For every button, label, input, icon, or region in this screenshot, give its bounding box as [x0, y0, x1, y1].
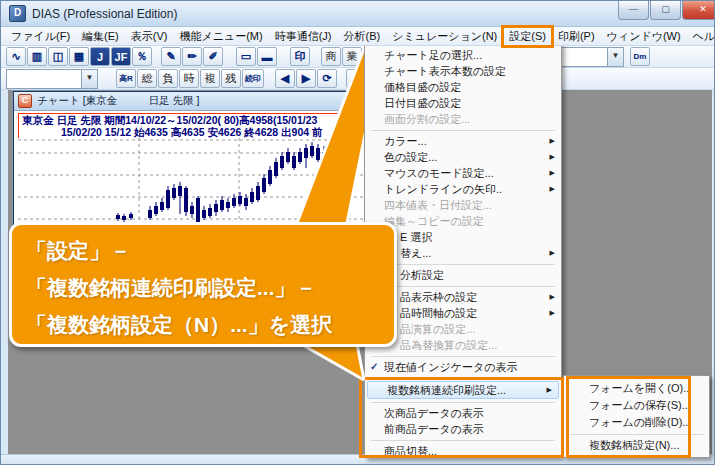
toolbar-gap	[153, 56, 161, 57]
percent-button[interactable]: ％	[132, 47, 152, 66]
menu-file[interactable]: ファイル(F)	[5, 27, 76, 46]
menu-item[interactable]: フォームの削除(D)...	[564, 414, 709, 431]
menu-item[interactable]: 前商品データの表示	[365, 421, 561, 437]
grid-button[interactable]: ▦	[69, 47, 89, 66]
draw-pencil-button[interactable]: ✎	[161, 47, 181, 66]
menu-item[interactable]: 価格目盛の設定	[365, 79, 561, 95]
futan-button[interactable]: 負	[158, 69, 178, 88]
menu-item[interactable]: 日付目盛の設定	[365, 95, 561, 111]
menu-item[interactable]: 色の設定...▶	[365, 149, 561, 165]
monitor-button[interactable]: ▭	[236, 47, 256, 66]
callout-line3: 「複数銘柄設定（N）...」を選択	[26, 306, 394, 343]
renzoku-insatsu-button[interactable]: 続印	[242, 69, 264, 88]
menu-item[interactable]: ✓現在値インジケータの表示	[365, 359, 561, 375]
window-controls: — ▢ ✕	[617, 1, 715, 20]
toolbar-gap	[224, 56, 236, 57]
menu-item[interactable]: 複数銘柄設定(N)...	[564, 437, 709, 454]
toolbar-gap	[278, 56, 290, 57]
submenu-arrow-icon: ▶	[543, 305, 561, 321]
shouhin-button[interactable]: 商	[321, 47, 341, 66]
menu-bar: ファイル(F)編集(E)表示(V)機能メニュー(M)時事通信(J)分析(B)シミ…	[1, 27, 715, 46]
menu-view[interactable]: 表示(V)	[125, 27, 174, 46]
jikan-button[interactable]: 時	[179, 69, 199, 88]
dm-button[interactable]: Dm	[630, 47, 650, 66]
gyou-button[interactable]: 業	[342, 47, 362, 66]
draw-edit-button[interactable]: ✏	[182, 47, 202, 66]
menu-item[interactable]: 商品切替...	[365, 443, 561, 459]
menu-item-label: 日付目盛の設定	[384, 95, 543, 111]
slash-button[interactable]: ⁄	[346, 69, 366, 88]
fukusuu-button[interactable]: 複	[200, 69, 220, 88]
symbol-combo[interactable]: ▼	[6, 69, 98, 89]
menu-item-label: フォームの削除(D)...	[589, 414, 691, 431]
refresh-button[interactable]: ⟳	[317, 69, 337, 88]
submenu-arrow-icon: ▶	[543, 133, 561, 149]
menu-settings[interactable]: 設定(S)	[503, 27, 552, 46]
menu-print[interactable]: 印刷(P)	[552, 27, 601, 46]
jf-chart-button[interactable]: JF	[111, 47, 131, 66]
menu-item-label: 品為替換算の設定...	[384, 337, 543, 353]
menu-item-label: 品表示枠の設定	[384, 289, 543, 305]
menu-item-label: 編集～コピーの設定	[384, 213, 543, 229]
menu-news[interactable]: 時事通信(J)	[269, 27, 338, 46]
menu-separator	[371, 378, 555, 379]
chart-line-button[interactable]: ∿	[6, 47, 26, 66]
print-button[interactable]: 印	[290, 47, 310, 66]
chart-window-titlebar[interactable]: C チャート [東京金 日足 先限 ]	[14, 92, 366, 111]
period-combo[interactable]: ▼	[554, 47, 624, 67]
menu-item[interactable]: 複数銘柄連続印刷設定...▶	[367, 381, 559, 399]
menu-item[interactable]: フォームを開く(O)...	[564, 380, 709, 397]
submenu-arrow-icon: ▶	[543, 165, 561, 181]
menu-item[interactable]: チャート足の選択...	[365, 47, 561, 63]
menu-item-label: トレンドラインの矢印..	[384, 181, 543, 197]
menu-item-label: 色の設定...	[384, 149, 543, 165]
menu-item[interactable]: フォームの保存(S)...	[564, 397, 709, 414]
chart-window-title: チャート [東京金 日足 先限 ]	[37, 94, 199, 108]
menu-window[interactable]: ウィンドウ(W)	[601, 27, 687, 46]
combo-dropdown-arrow[interactable]: ▼	[81, 70, 97, 88]
menu-item-label: 価格目盛の設定	[384, 79, 543, 95]
chart-window-icon: C	[18, 94, 32, 108]
submenu-arrow-icon: ▶	[543, 245, 561, 261]
menu-item: 四本値表・日付設定...	[365, 197, 561, 213]
submenu-arrow-icon: ▶	[543, 289, 561, 305]
menu-item[interactable]: マウスのモード設定...▶	[365, 165, 561, 181]
menu-item[interactable]: チャート表示本数の設定	[365, 63, 561, 79]
close-button[interactable]: ✕	[682, 1, 715, 20]
monitor-filled-button[interactable]: ▬	[257, 47, 277, 66]
menu-separator	[371, 264, 555, 265]
takane-button[interactable]: 高R	[116, 69, 136, 88]
menu-function[interactable]: 機能メニュー(M)	[173, 27, 268, 46]
next-button[interactable]: ▶	[296, 69, 316, 88]
j-chart-button[interactable]: J	[90, 47, 110, 66]
memo-button[interactable]: ✐	[203, 47, 223, 66]
menu-item-label: フォームを開く(O)...	[589, 380, 691, 397]
checkmark-icon: ✓	[370, 359, 384, 375]
minimize-button[interactable]: —	[618, 1, 649, 20]
menu-item-label: チャート表示本数の設定	[384, 63, 543, 79]
menu-analysis[interactable]: 分析(B)	[338, 27, 387, 46]
menu-edit[interactable]: 編集(E)	[76, 27, 125, 46]
menu-separator	[371, 402, 555, 403]
menu-help[interactable]: ヘルプ(H)	[687, 27, 715, 46]
menu-item-label: 品時間軸の設定	[384, 305, 543, 321]
menu-simulation[interactable]: シミュレーション(N)	[386, 27, 503, 46]
combo-value	[7, 70, 81, 88]
chart-candle-button[interactable]: ▥	[27, 47, 47, 66]
combo-dropdown-arrow[interactable]: ▼	[607, 48, 623, 66]
toolbar-gap	[311, 56, 321, 57]
prev-button[interactable]: ◀	[275, 69, 295, 88]
menu-separator	[570, 434, 703, 435]
menu-item-label: チャート足の選択...	[384, 47, 543, 63]
soui-button[interactable]: 総	[137, 69, 157, 88]
toolbar-gap	[338, 78, 346, 79]
menu-item[interactable]: トレンドラインの矢印..▶	[365, 181, 561, 197]
maximize-button[interactable]: ▢	[650, 1, 681, 20]
menu-item[interactable]: カラー...▶	[365, 133, 561, 149]
menu-item-label: 複数銘柄設定(N)...	[589, 437, 691, 454]
zandaka-button[interactable]: 残	[221, 69, 241, 88]
window-split-button[interactable]: ◫	[48, 47, 68, 66]
submenu-arrow-icon: ▶	[540, 382, 558, 398]
menu-item-label: 替え...	[384, 245, 543, 261]
menu-item[interactable]: 次商品データの表示	[365, 405, 561, 421]
